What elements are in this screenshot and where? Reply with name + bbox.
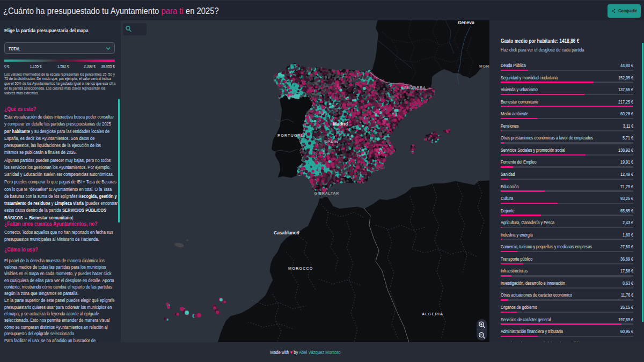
svg-text:MONA: MONA	[479, 64, 489, 68]
svg-text:PORTUGAL: PORTUGAL	[277, 133, 304, 138]
svg-text:ALGERIA: ALGERIA	[422, 312, 443, 316]
svg-text:Madrid: Madrid	[333, 121, 348, 127]
svg-text:MOROCCO: MOROCCO	[288, 266, 313, 271]
svg-text:SPAIN: SPAIN	[324, 139, 339, 144]
svg-text:Geneva: Geneva	[458, 20, 474, 25]
svg-text:GIBRALTAR: GIBRALTAR	[314, 191, 339, 195]
svg-text:Casablanca: Casablanca	[274, 230, 299, 235]
svg-text:ANDORRA: ANDORRA	[404, 86, 426, 90]
